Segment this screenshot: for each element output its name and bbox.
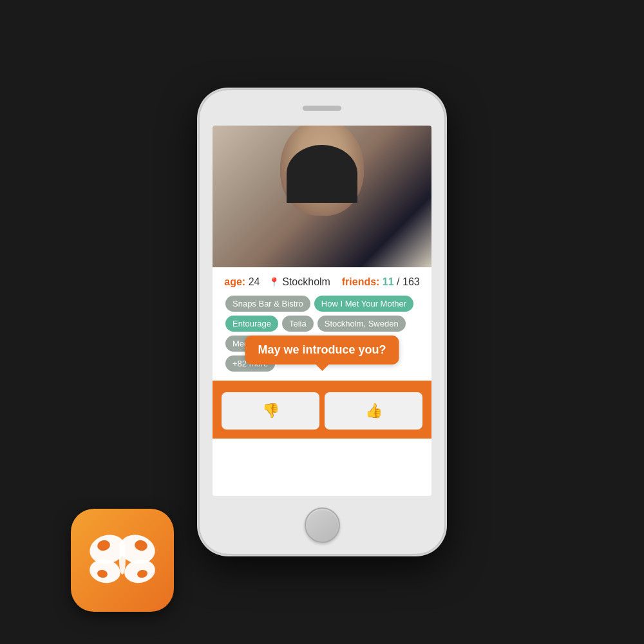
friends-label: friends:: [342, 276, 380, 287]
age-label: age:: [224, 276, 245, 287]
scene: age: 24 📍 Stockholm friends: 11 / 163 Sn…: [0, 0, 644, 644]
thumbs-up-icon: 👍: [365, 402, 383, 419]
friends-mutual: 11: [383, 276, 394, 287]
phone-speaker: [303, 106, 341, 111]
introduce-bubble: May we introduce you?: [245, 336, 399, 365]
home-button[interactable]: [305, 507, 340, 543]
phone-screen: age: 24 📍 Stockholm friends: 11 / 163 Sn…: [213, 126, 431, 496]
location-icon: 📍: [269, 277, 279, 287]
phone-frame: age: 24 📍 Stockholm friends: 11 / 163 Sn…: [200, 90, 444, 554]
phone-top: [200, 90, 444, 126]
tag-item: Stockholm, Sweden: [317, 316, 406, 332]
phone-bottom: [200, 496, 444, 554]
action-buttons: 👎 👍: [219, 387, 425, 432]
tag-item: Snaps Bar & Bistro: [225, 296, 310, 312]
tag-item: How I Met Your Mother: [314, 296, 413, 312]
action-section: May we introduce you? 👎 👍: [213, 381, 431, 439]
city-value: Stockholm: [282, 276, 330, 287]
age-value: 24: [249, 276, 260, 287]
butterfly-logo: [87, 531, 158, 589]
friends-total: 163: [402, 276, 420, 287]
svg-point-8: [119, 546, 126, 574]
tag-item: Telia: [282, 316, 314, 332]
app-icon[interactable]: [71, 509, 174, 612]
thumbs-down-icon: 👎: [262, 402, 279, 419]
profile-stats: age: 24 📍 Stockholm friends: 11 / 163: [223, 276, 421, 288]
tag-item: Entourage: [225, 316, 278, 332]
dislike-button[interactable]: 👎: [222, 392, 319, 430]
profile-photo: [213, 126, 431, 267]
friends-separator: /: [397, 276, 402, 287]
like-button[interactable]: 👍: [325, 392, 422, 430]
